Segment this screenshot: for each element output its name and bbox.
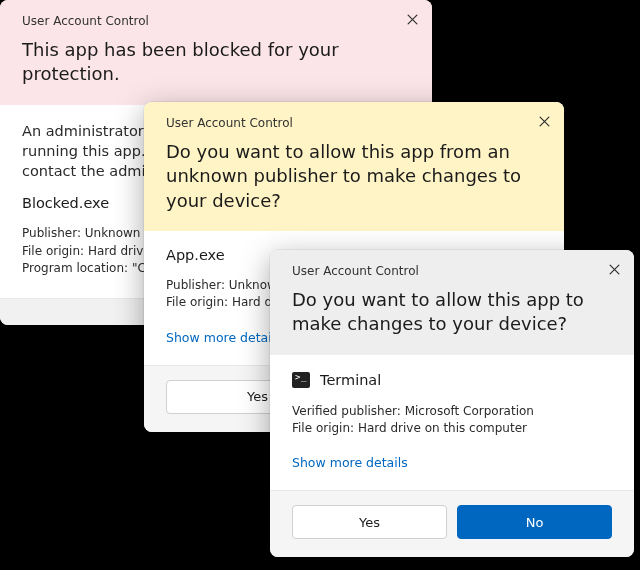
- uac-dialog-verified: User Account Control Do you want to allo…: [270, 250, 634, 557]
- close-icon: [539, 115, 550, 130]
- uac-title: User Account Control: [292, 264, 612, 278]
- dialog-headline: This app has been blocked for your prote…: [22, 38, 382, 87]
- dialog-headline: Do you want to allow this app from an un…: [166, 140, 526, 213]
- dialog-headline: Do you want to allow this app to make ch…: [292, 288, 602, 337]
- button-row: Yes No: [270, 490, 634, 557]
- close-button[interactable]: [398, 6, 426, 34]
- terminal-icon: [292, 371, 310, 389]
- close-icon: [609, 263, 620, 278]
- uac-title: User Account Control: [166, 116, 542, 130]
- uac-title: User Account Control: [22, 14, 410, 28]
- app-name: Terminal: [320, 372, 381, 388]
- dialog-body: Terminal Verified publisher: Microsoft C…: [270, 355, 634, 491]
- dialog-header: User Account Control This app has been b…: [0, 0, 432, 105]
- show-more-link[interactable]: Show more details: [166, 330, 282, 345]
- close-button[interactable]: [600, 256, 628, 284]
- no-button[interactable]: No: [457, 505, 612, 539]
- show-more-link[interactable]: Show more details: [292, 455, 408, 470]
- close-button[interactable]: [530, 108, 558, 136]
- yes-button[interactable]: Yes: [292, 505, 447, 539]
- close-icon: [407, 13, 418, 28]
- app-name-row: Terminal: [292, 371, 612, 389]
- dialog-header: User Account Control Do you want to allo…: [270, 250, 634, 355]
- meta-publisher: Verified publisher: Microsoft Corporatio…: [292, 403, 612, 420]
- dialog-header: User Account Control Do you want to allo…: [144, 102, 564, 231]
- meta-origin: File origin: Hard drive on this computer: [292, 420, 612, 437]
